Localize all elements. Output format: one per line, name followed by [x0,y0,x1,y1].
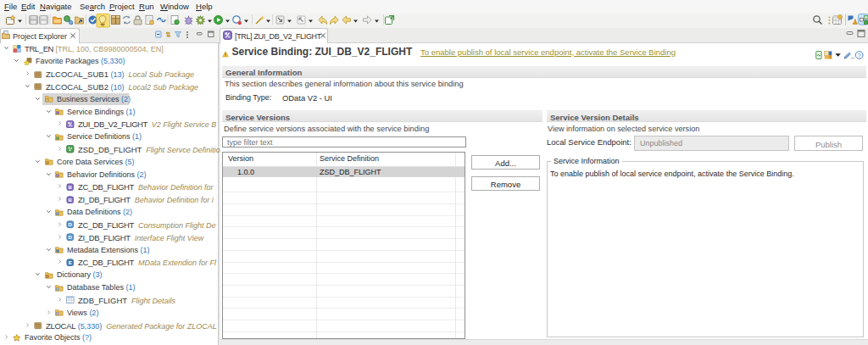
svg-text:D: D [69,222,73,227]
svg-text:B: B [69,185,73,190]
svg-text:D: D [69,235,73,240]
svg-text:?: ? [857,51,860,58]
svg-text:G: G [46,98,48,103]
svg-text:B: B [69,198,73,203]
svg-text:E: E [69,260,72,265]
